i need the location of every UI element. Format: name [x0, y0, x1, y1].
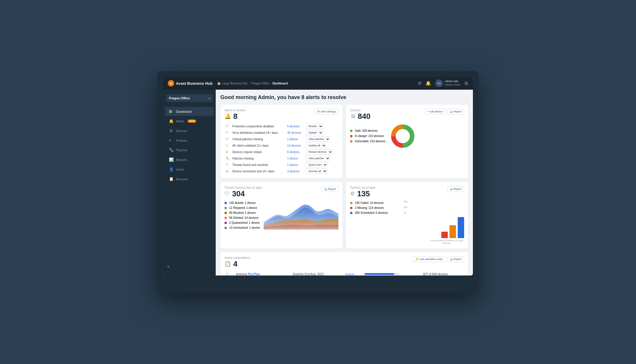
alert-link[interactable]: 6 devices [287, 150, 299, 154]
sub-devices: 827 of 840 devices [421, 271, 464, 275]
sidebar-item-label: Dashboard [176, 110, 192, 113]
sidebar-item-label: Users [176, 168, 184, 171]
settings-icon[interactable]: ⚙ [418, 81, 421, 86]
devices-legend: Safe 420 devices In danger 210 devices V… [350, 128, 386, 144]
breadcrumb-office[interactable]: Prague Office [252, 82, 269, 85]
alert-link[interactable]: 3 devices [287, 170, 299, 173]
quarantined-link[interactable]: 1 device [249, 220, 260, 225]
svg-text:Jun 9: Jun 9 [305, 228, 308, 229]
alert-action-select[interactable]: Update [306, 130, 323, 135]
breadcrumb-org[interactable]: Large Business Acc. [222, 82, 248, 85]
table-row: 🔧 Patches missing 1 device View patches [224, 155, 338, 162]
alert-link[interactable]: 6 devices [287, 125, 299, 128]
subs-count: 4 [233, 260, 237, 268]
unresolved-dot [224, 227, 227, 229]
alert-action-select[interactable]: View patches [306, 156, 330, 161]
deleted-link[interactable]: 14 devices [244, 215, 258, 220]
sidebar-item-reports[interactable]: 📊 Reports [165, 155, 214, 164]
alerts-card-label: Alerts to resolve [224, 109, 246, 112]
repaired-dot [224, 207, 227, 209]
sidebar-item-label: Alerts [176, 119, 184, 123]
autofix-link[interactable]: 1 device [245, 200, 255, 205]
devices-icon: 🖥 [169, 129, 174, 133]
threats-card-label: Threats found in last 14 days [224, 186, 262, 189]
alert-link[interactable]: 14 devices [287, 144, 301, 147]
failed-link[interactable]: 14 devices [370, 200, 384, 205]
alert-action-select[interactable]: Restart devices [306, 149, 333, 155]
sub-progress-fill [364, 273, 394, 275]
user-menu[interactable]: AU Admin User Global Admin [435, 79, 460, 87]
missing-link[interactable]: 123 devices [368, 205, 384, 210]
scheduled-link[interactable]: 6 devices [376, 210, 388, 215]
devices-card-label: Devices [350, 109, 370, 112]
qr-icon[interactable]: ⊞ [464, 81, 468, 86]
devices-report-button[interactable]: 📊 Report [447, 109, 464, 115]
user-name: Admin User [445, 80, 460, 83]
org-selector[interactable]: Prague Office ▾ [166, 94, 213, 102]
patches-card-header: Patches out of date ⚙ 135 📊 Report [350, 186, 464, 197]
patches-legend: 245 Failed 14 devices 2 Missing 123 devi… [350, 200, 401, 245]
devices-card: Devices 🖥 840 + Add device 📊 [346, 105, 468, 178]
patches-icon: 🔧 [169, 148, 174, 152]
alert-action-select[interactable]: Update all [306, 143, 326, 148]
patches-count: 135 [357, 190, 370, 197]
table-row: 🛡 Antivirus Pro Plus Expiring 21st Aug, … [224, 271, 464, 275]
threats-report-button[interactable]: 📊 Report [321, 186, 338, 192]
subs-actions: 🔑 Use activation code 📊 Report [413, 256, 464, 262]
sidebar-collapse-button[interactable]: « [163, 261, 216, 272]
sidebar-item-dashboard[interactable]: ⊞ Dashboard [165, 107, 214, 116]
blocked-link[interactable]: 1 device [245, 210, 255, 215]
sidebar-item-patches[interactable]: 🔧 Patches [165, 145, 214, 155]
alerts-count: 8 [233, 112, 237, 120]
sidebar-item-label: Patches [176, 148, 188, 152]
main-layout: Prague Office ▾ ⊞ Dashboard 🔔 Alerts NEW… [163, 90, 473, 275]
settings-small-icon: ⚙ [317, 110, 320, 113]
sidebar-item-users[interactable]: 👤 Users [165, 165, 214, 174]
sub-name: Antivirus Pro Plus [234, 271, 291, 275]
table-row: 🛡 AV client outdated 21+ days 14 devices… [224, 142, 338, 149]
alert-action-select[interactable]: Dismiss all [306, 169, 327, 174]
add-device-button[interactable]: + Add device [425, 109, 445, 115]
alert-icon: 🛡 [226, 131, 229, 134]
cards-top-row: Alerts to resolve 🔔 8 ⚙ Alert settings [220, 105, 468, 178]
breadcrumb-home-icon: 🏠 [217, 82, 221, 85]
alert-label: Patches missing [231, 155, 286, 162]
alert-icon: 🖥 [226, 170, 229, 173]
notification-icon[interactable]: 🔔 [426, 81, 431, 86]
alert-action-select[interactable]: View patches [306, 136, 330, 142]
patches-report-button[interactable]: 📊 Report [447, 186, 464, 192]
sidebar-item-alerts[interactable]: 🔔 Alerts NEW [165, 117, 214, 126]
bar-chart [441, 215, 464, 238]
sidebar-item-account[interactable]: 📋 Account [165, 174, 214, 183]
sidebar-item-devices[interactable]: 🖥 Devices [165, 126, 214, 135]
alert-link[interactable]: 1 device [287, 157, 298, 160]
chevron-down-icon: ▾ [208, 97, 210, 100]
sidebar-item-policies[interactable]: ≡ Policies [165, 136, 214, 145]
unresolved-link[interactable]: 1 device [249, 225, 260, 230]
table-row: 🛡 Virus definitions outdated 14+ days 45… [224, 129, 338, 136]
alert-link[interactable]: 1 device [287, 138, 298, 141]
repaired-link[interactable]: 1 device [246, 205, 257, 210]
use-activation-code-button[interactable]: 🔑 Use activation code [413, 256, 445, 262]
content-wrap: Good morning Admin, you have 8 alerts to… [220, 94, 468, 275]
alert-settings-button[interactable]: ⚙ Alert settings [315, 109, 338, 115]
alert-action-select[interactable]: Quick scan [306, 162, 328, 167]
chart-y-max: 400 [404, 200, 407, 203]
laptop-screen: A Avast Business Hub 🏠 Large Business Ac… [163, 77, 473, 275]
vulnerable-link[interactable]: 210 devices [370, 139, 385, 144]
devices-donut-chart [390, 123, 416, 149]
alert-label: Threats found and resolved [231, 162, 286, 168]
sub-multi-link[interactable]: Multiple [345, 273, 354, 276]
danger-link[interactable]: 210 devices [368, 134, 384, 139]
report-icon: 📊 [450, 188, 453, 190]
subs-report-button[interactable]: 📊 Report [447, 256, 464, 262]
subs-icon: 📋 [224, 261, 231, 267]
safe-link[interactable]: 420 devices [362, 128, 378, 134]
patches-chart: 400 200 10 Current state of patches on y… [404, 200, 464, 245]
alert-link[interactable]: 45 devices [287, 131, 301, 134]
alert-link[interactable]: 1 device [287, 163, 298, 167]
laptop-chin [163, 277, 473, 281]
shield-icon: 🛡 [224, 191, 230, 197]
report-icon: 📊 [450, 258, 453, 261]
alert-action-select[interactable]: Restart [306, 124, 323, 129]
